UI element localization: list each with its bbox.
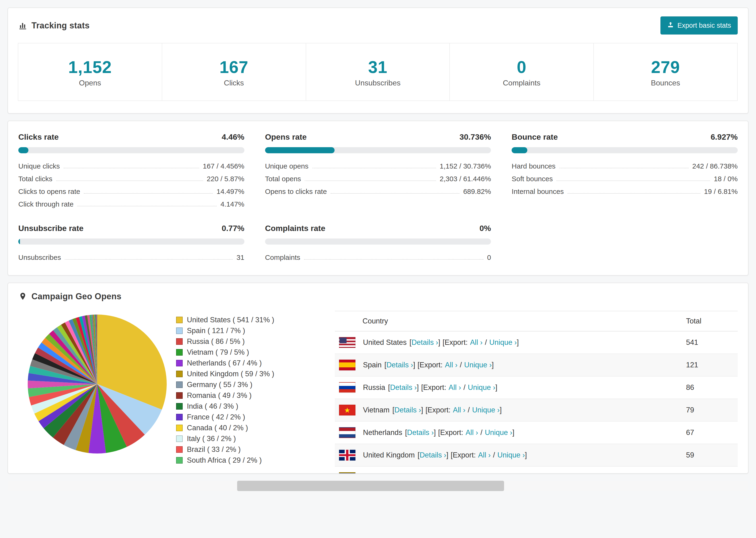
slash-separator: / [480, 428, 482, 437]
stat-label: Opens [18, 79, 162, 87]
scrollbar-thumb[interactable] [237, 481, 504, 491]
bracket: [ [384, 361, 387, 369]
table-row: United States[Details ›][Export:All ›/Un… [335, 331, 738, 354]
details-link[interactable]: Details › [419, 451, 446, 459]
progress-track [18, 239, 244, 244]
details-link[interactable]: Details › [407, 428, 434, 437]
bracket: ] [525, 451, 527, 459]
rate-panel-opens: Opens rate 30.736% Unique opens1,152 / 3… [265, 133, 491, 210]
export-basic-stats-button[interactable]: Export basic stats [661, 17, 738, 34]
legend-item: Spain ( 121 / 7% ) [176, 325, 335, 336]
metric-row: Hard bounces242 / 86.738% [512, 159, 738, 172]
legend-label: United Kingdom ( 59 / 3% ) [187, 370, 274, 378]
table-row: Netherlands[Details ›][Export:All ›/Uniq… [335, 422, 738, 444]
rates-card: Clicks rate 4.46% Unique clicks167 / 4.4… [8, 121, 748, 276]
export-all-link[interactable]: All › [470, 338, 482, 347]
country-flag-icon [339, 427, 355, 438]
metric-label: Internal bounces [512, 188, 564, 195]
dotted-leader [77, 206, 217, 206]
export-all-link[interactable]: All › [478, 451, 490, 459]
export-all-link[interactable]: All › [449, 383, 461, 392]
total-value: 79 [686, 406, 738, 414]
export-unique-link[interactable]: Unique › [464, 361, 492, 369]
stat-box: 0 Complaints [449, 43, 594, 101]
progress-fill [512, 147, 527, 153]
dotted-leader [304, 259, 483, 260]
rate-title: Opens rate [265, 133, 307, 141]
metric-value: 2,303 / 61.446% [440, 175, 491, 183]
metric-value: 167 / 4.456% [203, 162, 244, 170]
export-unique-link[interactable]: Unique › [468, 383, 495, 392]
country-name: United Kingdom [363, 451, 415, 459]
export-unique-link[interactable]: Unique › [497, 451, 525, 459]
bracket: ] [438, 338, 440, 347]
bracket: [ [392, 406, 395, 414]
metric-label: Total opens [265, 175, 301, 183]
legend-label: India ( 46 / 3% ) [187, 402, 238, 410]
bracket: ] [434, 428, 436, 437]
total-value: 121 [686, 361, 738, 369]
stat-box: 167 Clicks [162, 43, 306, 101]
bracket: ] [517, 338, 519, 347]
page-title: Tracking stats [31, 21, 90, 30]
export-all-link[interactable]: All › [465, 428, 478, 437]
legend-swatch [176, 457, 183, 463]
export-unique-link[interactable]: Unique › [489, 338, 517, 347]
legend-label: Germany ( 55 / 3% ) [187, 381, 252, 389]
dotted-leader [65, 259, 233, 260]
horizontal-scrollbar [8, 481, 748, 491]
export-label: [Export: [421, 383, 446, 392]
table-row: Russia[Details ›][Export:All ›/Unique ›]… [335, 377, 738, 399]
table-row: Germany[Details ›][Export:All ›/Unique ›… [335, 467, 738, 473]
bracket: ] [512, 428, 514, 437]
export-all-link[interactable]: All › [445, 361, 458, 369]
stat-value: 1,152 [18, 58, 162, 77]
rate-value: 0% [479, 224, 491, 233]
metric-value: 18 / 0% [714, 175, 738, 183]
metric-row: Unsubscribes31 [18, 250, 244, 263]
metric-label: Complaints [265, 253, 300, 261]
rate-value: 4.46% [222, 133, 244, 141]
details-link[interactable]: Details › [387, 361, 413, 369]
country-flag-icon [339, 450, 355, 460]
legend-label: Vietnam ( 79 / 5% ) [187, 348, 249, 356]
country-flag-icon [339, 337, 355, 348]
metric-label: Unique clicks [18, 162, 60, 170]
legend-label: Canada ( 40 / 2% ) [187, 424, 248, 432]
metric-row: Unique opens1,152 / 30.736% [265, 159, 491, 172]
country-name: Spain [363, 361, 382, 369]
legend-item: France ( 42 / 2% ) [176, 412, 335, 422]
dotted-leader [84, 193, 213, 194]
total-value: 59 [686, 451, 738, 459]
rate-panel-unsubscribe: Unsubscribe rate 0.77% Unsubscribes31 [18, 224, 244, 263]
bracket: ] [500, 406, 502, 414]
details-link[interactable]: Details › [390, 383, 417, 392]
legend-item: Russia ( 86 / 5% ) [176, 336, 335, 347]
export-unique-link[interactable]: Unique › [485, 428, 512, 437]
dotted-leader [557, 181, 710, 181]
rate-panel-bounce: Bounce rate 6.927% Hard bounces242 / 86.… [512, 133, 738, 210]
metric-value: 220 / 5.87% [207, 175, 244, 183]
bracket: [ [418, 451, 420, 459]
details-link[interactable]: Details › [411, 338, 438, 347]
export-all-link[interactable]: All › [453, 406, 465, 414]
legend-item: Romania ( 49 / 3% ) [176, 390, 335, 401]
progress-fill [18, 147, 28, 153]
metric-label: Unique opens [265, 162, 308, 170]
details-link[interactable]: Details › [395, 406, 421, 414]
geo-opens-card: Campaign Geo Opens United States ( 541 /… [8, 283, 748, 474]
legend-swatch [176, 317, 183, 323]
legend-label: Romania ( 49 / 3% ) [187, 391, 252, 400]
geo-table: Country Total United States[Details ›][E… [335, 311, 738, 473]
table-row: Vietnam[Details ›][Export:All ›/Unique ›… [335, 399, 738, 422]
slash-separator: / [493, 451, 495, 459]
metric-label: Opens to clicks rate [265, 188, 327, 195]
metric-label: Hard bounces [512, 162, 556, 170]
metric-value: 31 [237, 253, 244, 261]
legend-swatch [176, 403, 183, 409]
stat-value: 0 [450, 58, 593, 77]
export-unique-link[interactable]: Unique › [472, 406, 500, 414]
rate-value: 30.736% [459, 133, 491, 141]
legend-swatch [176, 360, 183, 366]
legend-label: Netherlands ( 67 / 4% ) [187, 359, 262, 367]
